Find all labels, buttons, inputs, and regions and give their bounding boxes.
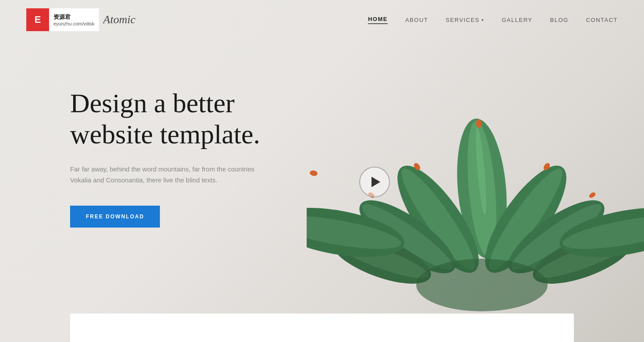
nav-services[interactable]: SERVICES ▾ <box>446 17 484 23</box>
bottom-card <box>70 314 574 342</box>
svg-point-28 <box>416 259 548 311</box>
logo-text-block: 资源君 eyunzhu.com/vdisk <box>49 8 99 31</box>
hero-title: Design a better website template. <box>70 88 260 150</box>
nav-about[interactable]: ABOUT <box>405 17 428 23</box>
svg-point-18 <box>588 191 597 199</box>
svg-point-27 <box>309 170 318 177</box>
brand-name: Atomic <box>103 13 136 26</box>
plant-illustration <box>307 66 644 342</box>
nav-gallery[interactable]: GALLERY <box>502 17 532 23</box>
nav-home[interactable]: HOME <box>368 16 388 24</box>
main-nav: HOME ABOUT SERVICES ▾ GALLERY BLOG CONTA… <box>368 16 618 24</box>
logo-cn-text: 资源君 <box>53 13 95 21</box>
services-chevron-icon: ▾ <box>481 18 485 22</box>
logo-badge: E <box>26 8 49 31</box>
download-button[interactable]: FREE DOWNLOAD <box>70 206 160 228</box>
play-icon <box>372 177 380 187</box>
play-button[interactable] <box>359 167 390 197</box>
hero-content: Design a better website template. Far fa… <box>70 88 260 228</box>
logo-area: E 资源君 eyunzhu.com/vdisk Atomic <box>26 8 135 31</box>
nav-blog[interactable]: BLOG <box>550 17 569 23</box>
site-header: E 资源君 eyunzhu.com/vdisk Atomic HOME ABOU… <box>0 0 644 39</box>
hero-section: E 资源君 eyunzhu.com/vdisk Atomic HOME ABOU… <box>0 0 644 342</box>
logo-url-text: eyunzhu.com/vdisk <box>53 21 95 26</box>
nav-contact[interactable]: CONTACT <box>586 17 618 23</box>
hero-subtitle: Far far away, behind the word mountains,… <box>70 164 258 186</box>
